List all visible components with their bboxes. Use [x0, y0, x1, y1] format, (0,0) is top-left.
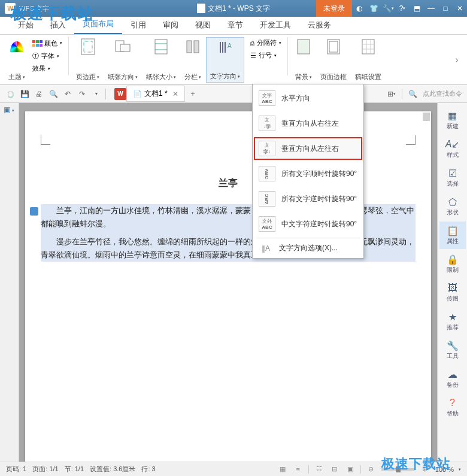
font-icon: Ⓣ [32, 51, 39, 60]
panel-help[interactable]: ?帮助 [439, 394, 466, 422]
document-canvas[interactable]: 兰亭 兰亭，江南的一方山水佳境，竹林清幽，溪水潺潺，蒙蒙，如诗如画。风拂过竹林拂… [19, 103, 437, 462]
login-button[interactable]: 未登录 [316, 0, 352, 17]
panel-new[interactable]: ▦新建 [439, 107, 466, 134]
ribbon-effect[interactable]: 效果 ▾ [30, 63, 65, 74]
panel-restrict[interactable]: 🔒限制 [439, 250, 466, 278]
panel-recommend[interactable]: ★推荐 [439, 308, 466, 335]
new-tab-icon[interactable]: ＋ [187, 89, 198, 99]
panel-style[interactable]: A↙样式 [439, 135, 466, 163]
doc-tab-label: 文档1 * [144, 89, 168, 99]
ribbon-font[interactable]: Ⓣ 字体 ▾ [30, 50, 65, 62]
new-file-icon[interactable]: ▢ [5, 89, 16, 99]
redo-icon[interactable]: ↷ [77, 89, 87, 99]
dd-rotate-ccw-icon: ABC [259, 191, 275, 207]
page-size-icon [153, 38, 169, 55]
view-print-icon[interactable]: ▦ [277, 465, 288, 474]
panel-shape[interactable]: ⬠形状 [439, 193, 466, 220]
theme-icon [8, 38, 25, 55]
text-direction-options-icon: ‖A [259, 244, 273, 253]
cloud-icon: ☁ [447, 369, 458, 380]
dd-vertical-ltr[interactable]: 文字↓ 垂直方向从左往右 [253, 136, 363, 161]
save-icon[interactable]: 💾 [19, 89, 30, 99]
ribbon-page-border[interactable]: 页面边框 [317, 37, 350, 83]
qb-dropdown-icon[interactable]: ▾ [91, 89, 102, 99]
lock-icon: 🔒 [447, 254, 458, 265]
tab-chapter[interactable]: 章节 [219, 16, 251, 34]
ribbon-expand-icon[interactable]: › [451, 37, 462, 83]
print-preview-icon[interactable]: 🔍 [48, 89, 59, 99]
new-doc-icon: ▦ [447, 110, 458, 121]
wrench-icon: 🔧 [447, 340, 458, 351]
tab-review[interactable]: 审阅 [154, 16, 187, 34]
ribbon-line-number[interactable]: ☰ 行号 ▾ [248, 50, 284, 61]
text-direction-menu: 文字ABC 水平方向 文↓字 垂直方向从右往左 文字↓ 垂直方向从左往右 ABC… [252, 84, 364, 259]
section-marker-icon[interactable]: ▣ ▾ [0, 103, 19, 116]
ribbon-size[interactable]: 纸张大小 ▾ [142, 37, 180, 83]
dd-options[interactable]: ‖A 文字方向选项(X)... [253, 239, 363, 257]
ribbon-separator[interactable]: ⎙ 分隔符 ▾ [248, 37, 284, 48]
upload-image-icon: 🖼 [447, 283, 458, 293]
tab-references[interactable]: 引用 [122, 16, 154, 34]
skin-icon[interactable]: 👕 [366, 0, 381, 17]
collapse-ribbon-icon[interactable]: ⬒ [410, 0, 424, 17]
panel-backup[interactable]: ☁备份 [439, 365, 466, 393]
ribbon-theme[interactable]: 主题 ▾ [5, 37, 29, 83]
doc-icon [197, 4, 205, 13]
svg-rect-11 [362, 40, 374, 54]
view-fullscreen-icon[interactable]: ▣ [345, 465, 356, 474]
tab-developer[interactable]: 开发工具 [251, 16, 299, 34]
close-button[interactable]: ✕ [453, 0, 467, 17]
wps-home-tab[interactable]: W [114, 88, 126, 100]
help-dropdown-icon[interactable]: ?▾ [395, 0, 410, 17]
ribbon-background[interactable]: 背景 ▾ [292, 37, 316, 83]
minimize-button[interactable]: — [424, 0, 438, 17]
status-page-no[interactable]: 页码: 1 [6, 465, 26, 474]
svg-rect-3 [120, 44, 130, 51]
dd-rotate-cw[interactable]: ABC 所有文字顺时针旋转90° [253, 161, 363, 186]
ribbon-text-direction[interactable]: A 文字方向 ▾ [206, 37, 244, 83]
line-number-icon: ☰ [250, 51, 256, 59]
doc-tab[interactable]: 📄 文档1 * ✕ [126, 86, 185, 102]
dd-separator [256, 238, 360, 238]
page: 兰亭 兰亭，江南的一方山水佳境，竹林清幽，溪水潺潺，蒙蒙，如诗如画。风拂过竹林拂… [25, 111, 431, 462]
zoom-out-icon[interactable]: ⊖ [366, 465, 377, 474]
panel-upload-image[interactable]: 🖼传图 [439, 279, 466, 307]
ribbon-columns[interactable]: 分栏 ▾ [181, 37, 205, 83]
view-outline-icon[interactable]: ☷ [314, 465, 325, 474]
ribbon-margins[interactable]: 页边距 ▾ [72, 37, 103, 83]
doc-tab-close-icon[interactable]: ✕ [172, 90, 178, 98]
dd-chinese-ccw[interactable]: 文外ABC 中文字符逆时针旋转90° [253, 211, 363, 237]
ribbon-manuscript[interactable]: 稿纸设置 [351, 37, 385, 83]
status-row: 行: 3 [141, 465, 155, 474]
maximize-button[interactable]: □ [438, 0, 453, 17]
tab-view[interactable]: 视图 [187, 16, 219, 34]
svg-rect-5 [187, 41, 192, 53]
search-icon[interactable]: 🔍 [407, 89, 418, 99]
panel-select[interactable]: ☑选择 [439, 164, 466, 192]
panel-tools[interactable]: 🔧工具 [439, 336, 466, 364]
settings-dropdown-icon[interactable]: 🔧▾ [381, 0, 395, 17]
margin-corner-tl-icon [41, 135, 50, 145]
status-set-value: 设置值: 3.6厘米 [90, 465, 135, 474]
svg-rect-4 [155, 40, 167, 54]
sync-icon[interactable]: ◐ [352, 0, 366, 17]
status-page-total[interactable]: 页面: 1/1 [32, 465, 58, 474]
dd-vertical-rtl-icon: 文↓字 [259, 116, 275, 131]
status-section[interactable]: 节: 1/1 [65, 465, 84, 474]
dd-vertical-rtl[interactable]: 文↓字 垂直方向从右往左 [253, 111, 363, 136]
svg-rect-8 [298, 40, 310, 54]
tab-cloud[interactable]: 云服务 [299, 16, 339, 34]
view-web-icon[interactable]: ≡ [293, 465, 304, 474]
window-arrange-icon[interactable]: ⊞▾ [386, 89, 397, 99]
search-placeholder[interactable]: 点此查找命令 [423, 89, 462, 98]
dd-horizontal[interactable]: 文字ABC 水平方向 [253, 86, 363, 111]
ribbon-colors[interactable]: 颜色 ▾ [30, 37, 65, 49]
print-icon[interactable]: 🖨 [34, 89, 44, 99]
dd-rotate-ccw[interactable]: ABC 所有文字逆时针旋转90° [253, 186, 363, 211]
panel-properties[interactable]: 📋属性 [439, 222, 466, 249]
view-reading-icon[interactable]: ⊟ [329, 465, 340, 474]
help-icon: ? [447, 398, 458, 408]
undo-icon[interactable]: ↶ [62, 89, 73, 99]
ribbon-orientation[interactable]: 纸张方向 ▾ [104, 37, 141, 83]
dd-horizontal-icon: 文字ABC [259, 90, 275, 106]
